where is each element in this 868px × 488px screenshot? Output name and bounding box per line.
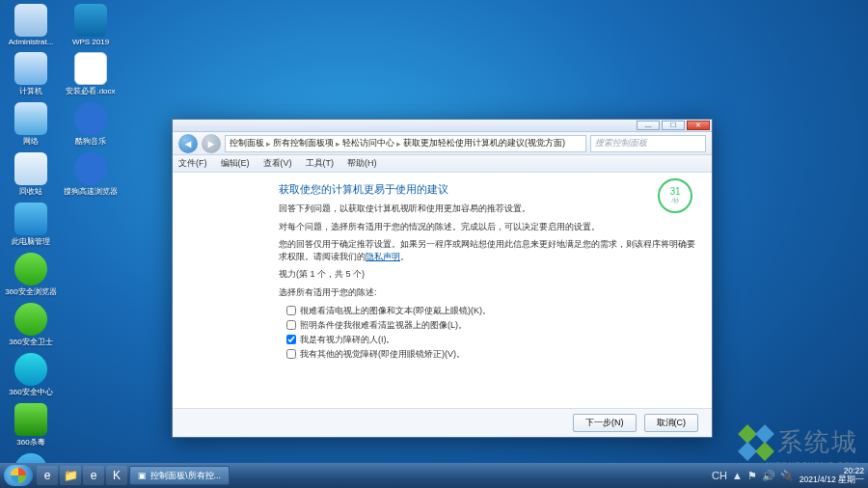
cancel-button[interactable]: 取消(C) <box>644 414 699 432</box>
taskbar-pinned-e[interactable]: e <box>83 466 104 485</box>
search-input[interactable]: 搜索控制面板 <box>590 135 706 152</box>
desktop-icon[interactable]: 此电脑管理 <box>4 203 58 247</box>
taskbar: e📁eK ▣ 控制面板\所有控... CH▲⚑🔊🔌 20:22 2021/4/1… <box>0 463 868 488</box>
wps-icon <box>74 4 107 37</box>
meter-value: 31 <box>669 186 680 197</box>
minimize-button[interactable]: — <box>637 121 660 130</box>
breadcrumb-item[interactable]: 轻松访问中心 <box>342 137 394 149</box>
admin-icon <box>14 4 47 37</box>
option-checkbox-0[interactable] <box>286 306 296 315</box>
tray-icon[interactable]: 🔌 <box>780 470 794 482</box>
clock[interactable]: 20:22 2021/4/12 星期一 <box>800 467 864 485</box>
desktop-icon[interactable]: 酷狗音乐 <box>64 102 118 147</box>
privacy-link[interactable]: 隐私声明 <box>366 252 400 261</box>
option-label: 我有其他的视觉障碍(即使用眼镜矫正)(V)。 <box>300 348 465 361</box>
option-label: 照明条件使我很难看清监视器上的图像(L)。 <box>300 319 467 332</box>
next-button[interactable]: 下一步(N) <box>573 414 637 432</box>
control-panel-window: — ☐ ✕ ◄ ► 控制面板▸所有控制面板项▸轻松访问中心▸获取更加轻松使用计算… <box>172 119 713 438</box>
desktop-icon[interactable]: 安装必看.docx <box>64 52 118 96</box>
net-icon <box>14 102 47 135</box>
desktop-icon[interactable]: Administrat... <box>4 4 58 46</box>
pc-icon <box>14 52 47 85</box>
menu-item[interactable]: 帮助(H) <box>347 157 377 170</box>
bin-icon <box>14 152 47 185</box>
option-checkbox-3[interactable] <box>286 349 296 359</box>
desktop-icon[interactable]: 搜狗高速浏览器 <box>64 152 118 197</box>
taskbar-pinned-folder[interactable]: 📁 <box>60 466 81 485</box>
logo-icon <box>755 424 774 444</box>
menu-item[interactable]: 编辑(E) <box>221 157 250 170</box>
start-button[interactable] <box>4 465 33 486</box>
breadcrumb-item[interactable]: 控制面板 <box>230 137 264 149</box>
desktop: Administrat...计算机网络回收站此电脑管理360安全浏览器360安全… <box>4 4 118 488</box>
so-icon <box>74 152 107 185</box>
shield-icon <box>14 403 47 436</box>
option-row: 我有其他的视觉障碍(即使用眼镜矫正)(V)。 <box>286 348 696 361</box>
options-prompt: 选择所有适用于您的陈述: <box>279 286 696 299</box>
titlebar: — ☐ ✕ <box>173 120 712 132</box>
option-label: 我是有视力障碍的人(I)。 <box>300 334 395 346</box>
desktop-icon[interactable]: 360杀毒 <box>4 403 58 447</box>
intro-text-2: 对每个问题，选择所有适用于您的情况的陈述。完成以后，可以决定要启用的设置。 <box>279 221 696 233</box>
menu-item[interactable]: 工具(T) <box>306 157 335 170</box>
option-row: 我是有视力障碍的人(I)。 <box>286 334 696 346</box>
address-bar: ◄ ► 控制面板▸所有控制面板项▸轻松访问中心▸获取更加轻松使用计算机的建议(视… <box>173 132 712 155</box>
tray-icon[interactable]: 🔊 <box>762 470 775 482</box>
cyan-icon <box>14 353 47 386</box>
app-icon <box>14 203 47 235</box>
desktop-icon[interactable]: 计算机 <box>4 52 58 96</box>
menu-bar: 文件(F)编辑(E)查看(V)工具(T)帮助(H) <box>173 155 712 173</box>
logo-icon <box>755 442 774 461</box>
desktop-icon[interactable]: 回收站 <box>4 152 58 197</box>
green-icon <box>14 303 47 336</box>
forward-button[interactable]: ► <box>202 134 221 153</box>
doc-icon <box>74 52 107 85</box>
option-checkbox-1[interactable] <box>286 320 296 330</box>
intro-text-3: 您的回答仅用于确定推荐设置。如果另一程序或网站想使用此信息来更好地满足您的需求，… <box>279 238 696 262</box>
meter-unit: /秒 <box>671 197 679 205</box>
option-checkbox-2[interactable] <box>286 335 296 344</box>
close-button[interactable]: ✕ <box>687 121 710 130</box>
watermark-text: 系统城 <box>777 425 858 459</box>
desktop-icon[interactable]: 网络 <box>4 102 58 147</box>
taskbar-pinned-k[interactable]: K <box>106 466 127 485</box>
breadcrumb-item[interactable]: 获取更加轻松使用计算机的建议(视觉方面) <box>403 137 565 149</box>
tray-icon[interactable]: ▲ <box>732 470 743 482</box>
breadcrumb-item[interactable]: 所有控制面板项 <box>273 137 334 149</box>
menu-item[interactable]: 文件(F) <box>178 157 207 170</box>
dialog-footer: 下一步(N) 取消(C) <box>173 408 712 437</box>
ku-icon <box>74 102 107 135</box>
desktop-icon[interactable]: 360安全卫士 <box>4 303 58 347</box>
green-icon <box>14 253 47 285</box>
breadcrumb[interactable]: 控制面板▸所有控制面板项▸轻松访问中心▸获取更加轻松使用计算机的建议(视觉方面) <box>225 135 586 152</box>
windows-icon <box>11 468 26 483</box>
content-pane: 31 /秒 获取使您的计算机更易于使用的建议 回答下列问题，以获取使计算机视听和… <box>173 173 712 408</box>
intro-text-1: 回答下列问题，以获取使计算机视听和使用更加容易的推荐设置。 <box>279 203 696 215</box>
maximize-button[interactable]: ☐ <box>662 121 685 130</box>
desktop-icon[interactable]: WPS 2019 <box>64 4 118 46</box>
page-heading: 获取使您的计算机更易于使用的建议 <box>279 182 696 197</box>
menu-item[interactable]: 查看(V) <box>263 157 292 170</box>
system-tray: CH▲⚑🔊🔌 20:22 2021/4/12 星期一 <box>712 467 864 485</box>
taskbar-pinned-ie[interactable]: e <box>37 466 58 485</box>
window-icon: ▣ <box>138 471 147 480</box>
taskbar-task[interactable]: ▣ 控制面板\所有控... <box>129 466 230 485</box>
step-indicator: 视力(第 1 个，共 5 个) <box>279 268 696 281</box>
tray-icon[interactable]: CH <box>712 470 727 482</box>
tray-icon[interactable]: ⚑ <box>747 470 757 482</box>
watermark: 系统城 XITONGCHENG.COM <box>741 425 858 459</box>
progress-meter: 31 /秒 <box>658 178 692 213</box>
option-row: 很难看清电视上的图像和文本(即使戴上眼镜)(K)。 <box>286 305 696 317</box>
back-button[interactable]: ◄ <box>178 134 198 153</box>
option-row: 照明条件使我很难看清监视器上的图像(L)。 <box>286 319 696 332</box>
desktop-icon[interactable]: 360安全浏览器 <box>4 253 58 297</box>
desktop-icon[interactable]: 360安全中心 <box>4 353 58 397</box>
option-label: 很难看清电视上的图像和文本(即使戴上眼镜)(K)。 <box>300 305 491 317</box>
